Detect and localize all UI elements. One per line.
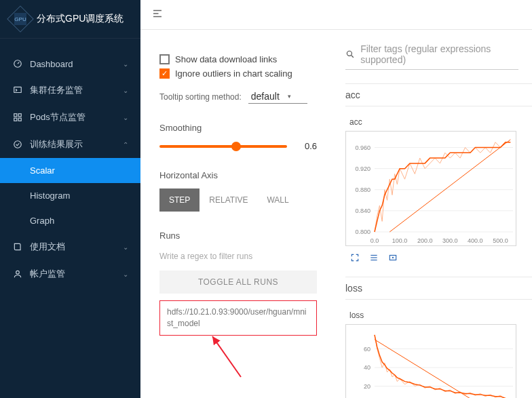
svg-text:0.880: 0.880	[355, 186, 370, 193]
book-icon	[12, 241, 23, 252]
tooltip-sort-label: Tooltip sorting method:	[159, 92, 242, 102]
filter-tags-input[interactable]: Filter tags (regular expressions support…	[360, 43, 518, 65]
nav-label: 训练结果展示	[30, 138, 123, 151]
nav-account[interactable]: 帐户监管 ⌄	[0, 260, 140, 287]
run-path-text: hdfs://10.21.0.93:9000/user/hguan/mnist_…	[167, 307, 306, 328]
check-circle-icon	[12, 139, 23, 150]
svg-text:0.920: 0.920	[355, 165, 370, 172]
svg-rect-5	[18, 118, 21, 121]
brand: GPU 分布式GPU调度系统	[0, 0, 140, 39]
nav-training-results[interactable]: 训练结果展示 ⌃	[0, 131, 140, 158]
nav-pods[interactable]: Pods节点监管 ⌄	[0, 104, 140, 131]
axis-wall-button[interactable]: WALL	[257, 188, 298, 212]
chevron-up-icon: ⌃	[123, 141, 128, 148]
nav-label: Histogram	[30, 191, 128, 201]
svg-text:400.0: 400.0	[468, 237, 483, 244]
nav-label: Scalar	[30, 165, 128, 176]
chevron-down-icon: ⌄	[123, 87, 128, 94]
annotation-arrow-icon	[207, 333, 248, 380]
chart-title: acc	[345, 117, 532, 127]
svg-text:0.800: 0.800	[355, 228, 370, 235]
list-tool[interactable]	[367, 252, 381, 263]
rect-tool[interactable]	[386, 252, 400, 263]
horizontal-axis-label: Horizontal Axis	[159, 170, 317, 180]
chevron-down-icon: ⌄	[123, 114, 128, 121]
group-title[interactable]: loss	[345, 277, 532, 300]
show-download-label: Show data download links	[175, 54, 277, 64]
svg-rect-4	[14, 118, 17, 121]
nav-label: 使用文档	[30, 241, 123, 253]
runs-label: Runs	[159, 231, 317, 241]
charts-panel: Filter tags (regular expressions support…	[330, 30, 532, 398]
nav-cluster[interactable]: 集群任务监管 ⌄	[0, 77, 140, 104]
nav-label: 集群任务监管	[30, 84, 123, 96]
svg-rect-1	[14, 87, 22, 92]
nav-label: 帐户监管	[30, 268, 123, 280]
smoothing-slider[interactable]	[159, 145, 287, 148]
nav-label: Graph	[30, 216, 128, 226]
chart-title: loss	[345, 311, 532, 320]
nav-label: Dashboard	[30, 59, 123, 69]
svg-text:500.0: 500.0	[493, 237, 508, 244]
ignore-outliers-label: Ignore outliers in chart scaling	[175, 68, 292, 79]
main: Show data download links ✓ Ignore outlie…	[140, 0, 532, 398]
runs-filter-input[interactable]: Write a regex to filter runs	[159, 249, 317, 264]
svg-rect-3	[18, 114, 21, 117]
nav-scalar[interactable]: Scalar	[0, 158, 140, 183]
search-icon	[345, 49, 355, 60]
toggle-all-runs-button[interactable]: TOGGLE ALL RUNS	[159, 271, 317, 294]
terminal-icon	[12, 85, 23, 96]
svg-text:0.840: 0.840	[355, 207, 370, 214]
brand-title: 分布式GPU调度系统	[37, 13, 124, 25]
svg-line-12	[352, 56, 354, 58]
group-loss: loss loss 0.0002040600.0100.0200.0300.04…	[345, 277, 532, 398]
run-path-box[interactable]: hdfs://10.21.0.93:9000/user/hguan/mnist_…	[159, 300, 317, 336]
options-panel: Show data download links ✓ Ignore outlie…	[140, 30, 330, 398]
svg-point-7	[16, 271, 20, 274]
svg-text:200.0: 200.0	[417, 237, 433, 244]
nav-docs[interactable]: 使用文档 ⌄	[0, 233, 140, 260]
nav-dashboard[interactable]: Dashboard ⌄	[0, 51, 140, 77]
ignore-outliers-checkbox[interactable]: ✓	[159, 68, 170, 79]
nav-graph[interactable]: Graph	[0, 208, 140, 233]
axis-relative-button[interactable]: RELATIVE	[200, 188, 257, 212]
svg-text:20: 20	[364, 383, 370, 390]
svg-point-33	[392, 257, 393, 258]
svg-point-11	[347, 51, 352, 56]
tooltip-sort-select[interactable]: default	[248, 89, 307, 104]
loss-chart[interactable]: 0.0002040600.0100.0200.0300.0400.0500.0	[345, 324, 516, 398]
svg-rect-2	[14, 114, 17, 117]
brand-logo: GPU	[7, 5, 34, 33]
svg-text:100.0: 100.0	[392, 237, 408, 244]
svg-text:0.0: 0.0	[370, 237, 379, 244]
chevron-down-icon: ⌄	[123, 243, 128, 251]
dashboard-icon	[12, 58, 23, 69]
svg-text:0.960: 0.960	[355, 144, 370, 151]
collapse-sidebar-button[interactable]	[151, 7, 164, 22]
nav-histogram[interactable]: Histogram	[0, 183, 140, 208]
svg-text:40: 40	[364, 364, 370, 371]
group-title[interactable]: acc	[345, 83, 532, 106]
topbar	[140, 0, 532, 30]
svg-text:60: 60	[364, 346, 370, 353]
smoothing-value: 0.6	[297, 141, 317, 151]
chevron-down-icon: ⌄	[123, 60, 128, 68]
grid-icon	[12, 112, 23, 123]
chevron-down-icon: ⌄	[123, 271, 128, 278]
svg-point-6	[14, 141, 22, 148]
nav-label: Pods节点监管	[30, 111, 123, 123]
slider-thumb[interactable]	[231, 142, 241, 151]
sidebar: GPU 分布式GPU调度系统 Dashboard ⌄ 集群任务监管 ⌄ Pods…	[0, 0, 140, 398]
smoothing-label: Smoothing	[159, 123, 317, 133]
expand-tool[interactable]	[348, 252, 362, 263]
group-acc: acc acc 0.8000.8400.8800.9200.9600.0100.…	[345, 83, 532, 263]
axis-step-button[interactable]: STEP	[159, 188, 200, 212]
acc-chart[interactable]: 0.8000.8400.8800.9200.9600.0100.0200.030…	[345, 131, 516, 246]
user-icon	[12, 268, 23, 279]
show-download-checkbox[interactable]	[159, 54, 170, 64]
nav: Dashboard ⌄ 集群任务监管 ⌄ Pods节点监管 ⌄ 训练结果展示 ⌃…	[0, 39, 140, 398]
svg-text:300.0: 300.0	[442, 237, 458, 244]
